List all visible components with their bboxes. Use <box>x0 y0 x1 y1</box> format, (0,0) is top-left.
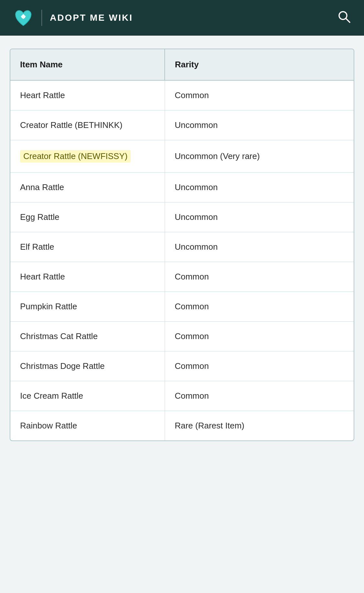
svg-line-1 <box>346 18 350 22</box>
rarity-cell: Common <box>165 262 354 292</box>
column-header-rarity: Rarity <box>165 49 354 80</box>
rarity-cell: Common <box>165 351 354 381</box>
table-container: Item Name Rarity Heart RattleCommonCreat… <box>10 49 354 441</box>
rarity-cell: Uncommon <box>165 232 354 262</box>
table-row: Heart RattleCommon <box>10 80 354 110</box>
rarity-cell: Uncommon <box>165 173 354 202</box>
items-table: Item Name Rarity Heart RattleCommonCreat… <box>10 49 354 440</box>
table-row: Creator Rattle (NEWFISSY)Uncommon (Very … <box>10 140 354 173</box>
item-name-cell: Creator Rattle (NEWFISSY) <box>10 140 165 173</box>
table-row: Creator Rattle (BETHINKK)Uncommon <box>10 110 354 140</box>
rarity-cell: Uncommon <box>165 110 354 140</box>
logo-icon <box>13 7 34 28</box>
main-content: Item Name Rarity Heart RattleCommonCreat… <box>0 36 364 454</box>
item-name-cell: Creator Rattle (BETHINKK) <box>10 110 165 140</box>
column-header-item-name: Item Name <box>10 49 165 80</box>
search-icon[interactable] <box>337 9 351 27</box>
rarity-cell: Common <box>165 381 354 411</box>
table-row: Elf RattleUncommon <box>10 232 354 262</box>
table-row: Heart RattleCommon <box>10 262 354 292</box>
rarity-cell: Common <box>165 292 354 322</box>
table-row: Ice Cream RattleCommon <box>10 381 354 411</box>
item-name-cell: Heart Rattle <box>10 80 165 110</box>
rarity-cell: Uncommon <box>165 202 354 232</box>
site-title: ADOPT ME WIKI <box>50 13 133 23</box>
header-divider <box>41 10 42 26</box>
item-name-cell: Heart Rattle <box>10 262 165 292</box>
item-name-cell: Anna Rattle <box>10 173 165 202</box>
table-row: Christmas Cat RattleCommon <box>10 322 354 351</box>
item-name-cell: Egg Rattle <box>10 202 165 232</box>
table-row: Rainbow RattleRare (Rarest Item) <box>10 411 354 441</box>
table-row: Anna RattleUncommon <box>10 173 354 202</box>
item-name-cell: Ice Cream Rattle <box>10 381 165 411</box>
item-name-cell: Pumpkin Rattle <box>10 292 165 322</box>
rarity-cell: Rare (Rarest Item) <box>165 411 354 441</box>
table-row: Pumpkin RattleCommon <box>10 292 354 322</box>
table-row: Christmas Doge RattleCommon <box>10 351 354 381</box>
item-name-cell: Rainbow Rattle <box>10 411 165 441</box>
table-row: Egg RattleUncommon <box>10 202 354 232</box>
header: ADOPT ME WIKI <box>0 0 364 36</box>
highlighted-item-name: Creator Rattle (NEWFISSY) <box>20 150 131 163</box>
rarity-cell: Common <box>165 322 354 351</box>
item-name-cell: Elf Rattle <box>10 232 165 262</box>
header-left: ADOPT ME WIKI <box>13 7 133 28</box>
item-name-cell: Christmas Cat Rattle <box>10 322 165 351</box>
rarity-cell: Common <box>165 80 354 110</box>
table-header-row: Item Name Rarity <box>10 49 354 80</box>
item-name-cell: Christmas Doge Rattle <box>10 351 165 381</box>
rarity-cell: Uncommon (Very rare) <box>165 140 354 173</box>
